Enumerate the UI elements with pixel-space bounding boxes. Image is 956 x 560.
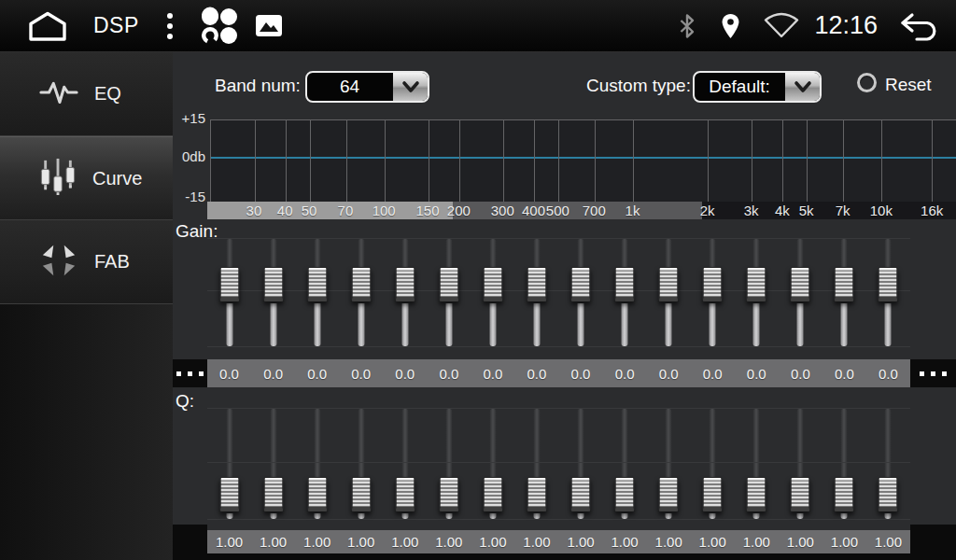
slider-thumb[interactable] (571, 477, 591, 511)
slider-thumb[interactable] (219, 267, 239, 301)
gain-slider[interactable] (471, 239, 514, 346)
grid-line (429, 120, 429, 202)
freq-tick-label: 2k (700, 202, 715, 219)
q-slider[interactable] (822, 409, 866, 519)
q-value: 1.00 (559, 534, 603, 550)
gain-slider[interactable] (514, 239, 558, 346)
q-slider[interactable] (251, 409, 295, 519)
slider-thumb[interactable] (527, 477, 546, 511)
slider-thumb[interactable] (307, 267, 327, 301)
slider-thumb[interactable] (483, 267, 502, 301)
sidebar-item-eq[interactable]: EQ (0, 52, 173, 136)
slider-thumb[interactable] (527, 267, 546, 301)
q-slider[interactable] (559, 409, 603, 519)
menu-dots-icon[interactable] (162, 7, 178, 45)
gain-value: 0.0 (866, 366, 910, 382)
gain-slider[interactable] (559, 239, 603, 346)
q-slider[interactable] (339, 409, 383, 519)
q-slider[interactable] (207, 409, 251, 519)
sidebar-item-fab[interactable]: FAB (0, 220, 173, 304)
q-slider[interactable] (471, 409, 514, 519)
band-num-dropdown[interactable]: 64 (305, 71, 429, 103)
gain-slider[interactable] (735, 239, 779, 346)
chevron-down-icon[interactable] (784, 73, 820, 101)
custom-type-dropdown[interactable]: Default: (693, 71, 822, 103)
frequency-axis-strip[interactable]: 304050701001502003004005007001k2k3k4k5k7… (207, 202, 956, 219)
slider-thumb[interactable] (791, 267, 810, 301)
reset-label: Reset (885, 75, 932, 95)
chevron-down-icon[interactable] (392, 73, 428, 101)
slider-track-lower (489, 303, 496, 346)
gallery-icon[interactable] (255, 14, 283, 37)
gain-slider[interactable] (603, 239, 647, 346)
slider-thumb[interactable] (879, 477, 898, 511)
sidebar-item-curve[interactable]: Curve (0, 136, 173, 220)
slider-thumb[interactable] (307, 477, 327, 511)
q-value: 1.00 (471, 534, 514, 550)
slider-thumb[interactable] (439, 477, 458, 511)
gain-scroll-left-button[interactable] (173, 359, 207, 387)
slider-thumb[interactable] (615, 267, 635, 301)
q-slider[interactable] (383, 409, 427, 519)
slider-thumb[interactable] (439, 267, 458, 301)
gain-slider[interactable] (691, 239, 735, 346)
slider-track-upper (797, 409, 804, 480)
slider-thumb[interactable] (483, 477, 502, 511)
gain-slider[interactable] (647, 239, 691, 346)
gain-slider[interactable] (779, 239, 822, 346)
slider-thumb[interactable] (395, 477, 415, 511)
gain-slider[interactable] (251, 239, 295, 346)
q-slider[interactable] (427, 409, 471, 519)
slider-thumb[interactable] (571, 267, 591, 301)
gain-slider[interactable] (207, 239, 251, 346)
gain-slider[interactable] (339, 239, 383, 346)
slider-thumb[interactable] (659, 267, 679, 301)
q-slider[interactable] (603, 409, 647, 519)
gain-slider[interactable] (866, 239, 910, 346)
slider-track-upper (885, 409, 892, 480)
gain-slider[interactable] (295, 239, 339, 346)
slider-track-upper (841, 409, 848, 480)
slider-thumb[interactable] (747, 477, 766, 511)
q-slider[interactable] (647, 409, 691, 519)
slider-thumb[interactable] (263, 267, 283, 301)
slider-thumb[interactable] (263, 477, 283, 511)
sidebar-item-label: EQ (94, 83, 121, 105)
slider-track-lower (270, 513, 276, 519)
q-slider[interactable] (779, 409, 822, 519)
slider-thumb[interactable] (615, 477, 635, 511)
slider-thumb[interactable] (659, 477, 679, 511)
slider-thumb[interactable] (703, 267, 723, 301)
q-slider[interactable] (514, 409, 558, 519)
slider-thumb[interactable] (747, 267, 766, 301)
slider-thumb[interactable] (879, 267, 898, 301)
slider-thumb[interactable] (835, 477, 854, 511)
q-slider[interactable] (866, 409, 910, 519)
slider-track-upper (710, 409, 716, 480)
slider-track-upper (445, 239, 452, 271)
gain-slider[interactable] (383, 239, 427, 346)
slider-thumb[interactable] (835, 267, 854, 301)
gain-value: 0.0 (339, 366, 383, 382)
back-icon[interactable] (898, 10, 941, 42)
grid-line (503, 120, 504, 202)
q-slider[interactable] (295, 409, 339, 519)
slider-thumb[interactable] (351, 267, 371, 301)
slider-thumb[interactable] (395, 267, 415, 301)
slider-thumb[interactable] (791, 477, 810, 511)
slider-track-lower (797, 513, 804, 519)
gain-slider[interactable] (427, 239, 471, 346)
app-title: DSP (93, 13, 139, 38)
grid-line (752, 120, 752, 202)
slider-track-lower (885, 303, 892, 346)
q-slider[interactable] (691, 409, 735, 519)
gain-slider[interactable] (822, 239, 866, 346)
slider-thumb[interactable] (219, 477, 239, 511)
slider-thumb[interactable] (703, 477, 723, 511)
slider-thumb[interactable] (351, 477, 371, 511)
apps-clover-icon[interactable] (199, 6, 240, 47)
reset-radio-button[interactable] (857, 73, 877, 92)
q-slider[interactable] (735, 409, 779, 519)
gain-scroll-right-button[interactable] (910, 359, 956, 387)
home-icon[interactable] (26, 10, 69, 42)
